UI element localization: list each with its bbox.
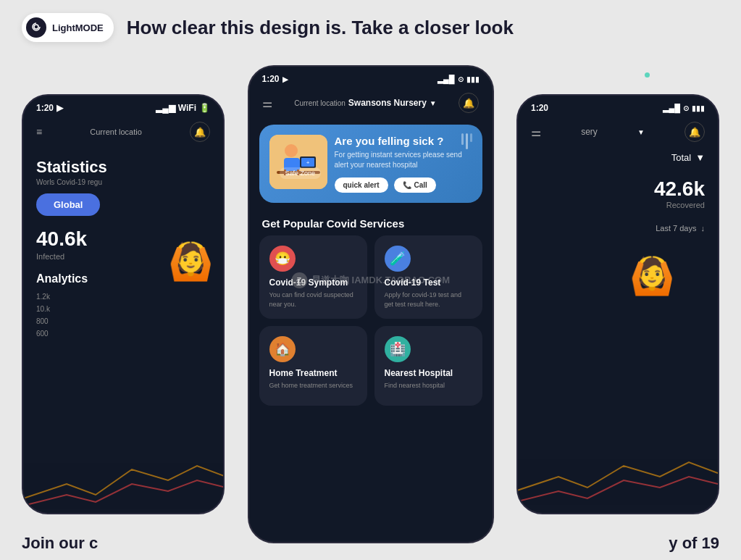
phone-right-content: 1:20 ▂▄█ ⊙ ▮▮▮ ⚌ sery ▼ 🔔 Total ▼ bbox=[518, 96, 718, 237]
phone-nav-left: ≡ Current locatio 🔔 bbox=[23, 116, 223, 148]
chevron-down-icon[interactable]: ▼ bbox=[430, 99, 437, 107]
alert-decoration bbox=[461, 133, 472, 149]
status-icons-right: ▂▄█ ⊙ ▮▮▮ bbox=[663, 104, 705, 113]
phone-left: 1:20 ▶ ▂▄▆ WiFi 🔋 ≡ Current locatio 🔔 St… bbox=[22, 94, 225, 514]
home-title: Home Treatment bbox=[269, 368, 357, 378]
stats-title: Statistics bbox=[23, 148, 223, 178]
dropdown-arrow-icon: ▼ bbox=[695, 152, 705, 163]
phone-left-content: 1:20 ▶ ▂▄▆ WiFi 🔋 ≡ Current locatio 🔔 St… bbox=[23, 96, 223, 338]
home-desc: Get home treatment services bbox=[269, 381, 357, 390]
bell-icon-left[interactable]: 🔔 bbox=[190, 122, 210, 142]
phone-nav-right: ⚌ sery ▼ 🔔 bbox=[518, 116, 718, 148]
alert-content: Are you felling sick ? For getting insta… bbox=[335, 135, 472, 193]
bottom-join-text: Join our c bbox=[22, 534, 98, 560]
location-center: Current location Swansons Nursery ▼ bbox=[294, 98, 437, 108]
menu-icon-center[interactable]: ⚌ bbox=[262, 96, 272, 110]
status-bar-center: 1:20 ▶ ▂▄█ ⊙ ▮▮▮ bbox=[249, 67, 493, 87]
total-dropdown[interactable]: Total ▼ bbox=[518, 148, 718, 167]
logo-badge: LightMODE bbox=[22, 13, 114, 42]
phone-icon: 📞 bbox=[403, 181, 411, 189]
recovered-count: 42.6k bbox=[531, 177, 705, 201]
location-label-center: Current location bbox=[294, 99, 346, 107]
phones-container: 1:20 ▶ ▂▄▆ WiFi 🔋 ≡ Current locatio 🔔 St… bbox=[0, 58, 741, 560]
service-card-hospital[interactable]: 🏥 Nearest Hospital Find nearest hospital bbox=[374, 326, 482, 406]
chart-label-3: 800 bbox=[36, 317, 210, 325]
chart-label-4: 600 bbox=[36, 330, 210, 338]
recovered-label: Recovered bbox=[531, 201, 705, 209]
stats-sub: Worls Covid-19 regu bbox=[23, 178, 223, 193]
status-icons-center: ▂▄█ ⊙ ▮▮▮ bbox=[438, 75, 480, 84]
alert-title: Are you felling sick ? bbox=[335, 135, 472, 147]
symptom-icon: 😷 bbox=[269, 246, 296, 272]
test-icon: 🧪 bbox=[385, 246, 411, 272]
status-time-left: 1:20 ▶ bbox=[36, 103, 63, 113]
chart-label-2: 10.k bbox=[36, 305, 210, 313]
hospital-icon: 🏥 bbox=[385, 336, 411, 362]
phone-center: 1:20 ▶ ▂▄█ ⊙ ▮▮▮ ⚌ Current location Swan… bbox=[248, 65, 494, 543]
svg-point-0 bbox=[34, 25, 38, 29]
alert-card: + Safe Zone Are you felling sick ? For g… bbox=[259, 125, 482, 203]
menu-icon-right[interactable]: ⚌ bbox=[531, 125, 541, 139]
logo-icon bbox=[26, 17, 46, 38]
watermark-circle: Z bbox=[291, 272, 307, 288]
chart-svg-left bbox=[23, 455, 225, 513]
logo-text: LightMODE bbox=[52, 22, 104, 33]
last-days: Last 7 days ↓ bbox=[518, 220, 718, 237]
right-text: y of 19 bbox=[669, 534, 719, 553]
phone-right: 1:20 ▂▄█ ⊙ ▮▮▮ ⚌ sery ▼ 🔔 Total ▼ bbox=[516, 94, 719, 514]
alert-desc: For getting instant services please send… bbox=[335, 150, 472, 170]
svg-text:+: + bbox=[306, 159, 309, 166]
status-bar-left: 1:20 ▶ ▂▄▆ WiFi 🔋 bbox=[23, 96, 223, 116]
bottom-right-text: y of 19 bbox=[669, 534, 719, 560]
watermark: Z 早道大咖 IAMDK.TAOBAO.COM bbox=[291, 272, 450, 288]
symptom-desc: You can find covid suspected near you. bbox=[269, 291, 357, 309]
header-title: How clear this design is. Take a closer … bbox=[127, 17, 514, 39]
character-right: 🙆 bbox=[629, 255, 674, 297]
alert-illustration: + Safe Zone bbox=[269, 135, 327, 189]
location-name-center: Swansons Nursery bbox=[348, 98, 427, 108]
service-card-home[interactable]: 🏠 Home Treatment Get home treatment serv… bbox=[259, 326, 367, 406]
menu-icon-left[interactable]: ≡ bbox=[36, 126, 42, 138]
location-label-left: Current locatio bbox=[90, 128, 142, 136]
bell-icon-right[interactable]: 🔔 bbox=[685, 122, 705, 142]
quick-alert-button[interactable]: quick alert bbox=[335, 177, 388, 193]
global-button[interactable]: Global bbox=[36, 193, 100, 216]
call-button[interactable]: 📞 Call bbox=[394, 177, 436, 193]
recovered-stats: 42.6k Recovered bbox=[518, 167, 718, 220]
bell-icon-center[interactable]: 🔔 bbox=[459, 93, 479, 113]
safe-zone-badge: Safe Zone bbox=[280, 167, 322, 179]
chart-labels: 1.2k 10.k 800 600 bbox=[23, 293, 223, 338]
status-time-center: 1:20 ▶ bbox=[262, 74, 288, 84]
hospital-desc: Find nearest hospital bbox=[385, 381, 472, 390]
hospital-title: Nearest Hospital bbox=[385, 368, 472, 378]
svg-point-2 bbox=[285, 144, 298, 157]
join-text: Join our c bbox=[22, 534, 98, 553]
total-label: Total bbox=[671, 152, 691, 163]
status-icons-left: ▂▄▆ WiFi 🔋 bbox=[156, 103, 210, 113]
header: LightMODE How clear this design is. Take… bbox=[0, 0, 741, 55]
chart-svg-right bbox=[516, 455, 718, 513]
home-icon: 🏠 bbox=[269, 336, 296, 362]
services-grid: 😷 Covid-19 Symptom You can find covid su… bbox=[249, 235, 493, 406]
status-bar-right: 1:20 ▂▄█ ⊙ ▮▮▮ bbox=[518, 96, 718, 116]
chart-label-1: 1.2k bbox=[36, 293, 210, 301]
alert-buttons: quick alert 📞 Call bbox=[335, 177, 472, 193]
test-desc: Apply for covid-19 test and get test res… bbox=[385, 291, 472, 309]
character-left: 🙆 bbox=[168, 241, 213, 283]
phone-nav-center: ⚌ Current location Swansons Nursery ▼ 🔔 bbox=[249, 87, 493, 119]
services-section-title: Get Popular Covid Services bbox=[249, 209, 493, 235]
